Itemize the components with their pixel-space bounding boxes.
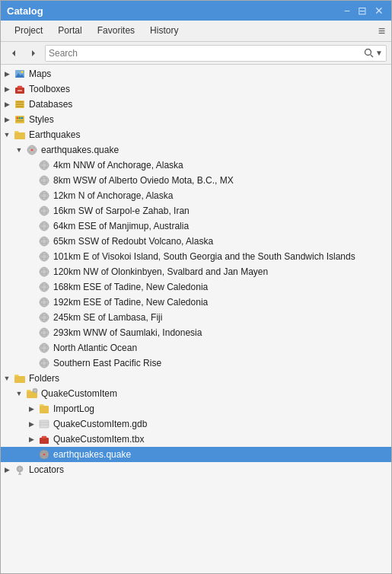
tree-item-eq10[interactable]: ▶ 192km ESE of Tadine, New Caledonia xyxy=(1,295,391,310)
close-button[interactable]: ✕ xyxy=(373,5,385,17)
title-bar: Catalog − ⊟ ✕ xyxy=(1,1,391,21)
tab-project[interactable]: Project xyxy=(7,21,50,41)
eq6-icon xyxy=(37,235,51,247)
quake-gdb-icon xyxy=(37,418,51,430)
toolboxes-label: Toolboxes xyxy=(29,84,70,94)
eq5-label: 64km ESE of Manjimup, Australia xyxy=(53,221,189,231)
eq9-label: 168km ESE of Tadine, New Caledonia xyxy=(53,282,208,292)
folders-icon xyxy=(13,372,27,384)
svg-point-33 xyxy=(40,206,49,215)
tree-item-locators[interactable]: ▶ Locators xyxy=(1,462,391,477)
svg-point-60 xyxy=(40,343,49,352)
expand-earthquakes[interactable]: ▼ xyxy=(1,131,13,139)
expand-toolboxes[interactable]: ▶ xyxy=(1,85,13,93)
expand-earthquakes-quake[interactable]: ▼ xyxy=(13,146,25,154)
tree-item-eq5[interactable]: ▶ 64km ESE of Manjimup, Australia xyxy=(1,218,391,234)
tree-item-quake-gdb[interactable]: ▶ QuakeCustomItem.gdb xyxy=(1,416,391,432)
catalog-window: Catalog − ⊟ ✕ Project Portal Favorites H… xyxy=(0,0,392,574)
svg-point-2 xyxy=(365,49,371,56)
svg-rect-19 xyxy=(14,132,25,139)
tree-item-databases[interactable]: ▶ Databases xyxy=(1,97,391,112)
svg-point-42 xyxy=(40,252,49,261)
tree-item-eq12[interactable]: ▶ 293km WNW of Saumlaki, Indonesia xyxy=(1,325,391,340)
tab-portal[interactable]: Portal xyxy=(50,21,89,41)
expand-quake-gdb[interactable]: ▶ xyxy=(25,420,37,428)
tree-item-styles[interactable]: ▶ Styles xyxy=(1,112,391,127)
tree-item-eq1[interactable]: ▶ 4km NNW of Anchorage, Alaska xyxy=(1,158,391,173)
earthquakes-label: Earthquakes xyxy=(29,129,80,140)
eq2-icon xyxy=(37,174,51,187)
back-button[interactable] xyxy=(5,45,22,62)
tab-menu-icon[interactable]: ≡ xyxy=(378,24,385,38)
tree-item-quake-custom[interactable]: ▼ QuakeCustomItem xyxy=(1,386,391,401)
svg-point-57 xyxy=(40,328,49,337)
quake-custom-label: QuakeCustomItem xyxy=(41,388,117,399)
tree-item-earthquakes-quake[interactable]: ▼ earthquakes.quake xyxy=(1,142,391,158)
tree-item-eq9[interactable]: ▶ 168km ESE of Tadine, New Caledonia xyxy=(1,279,391,295)
search-input[interactable] xyxy=(49,48,364,59)
search-dropdown-icon[interactable]: ▼ xyxy=(375,49,383,57)
tree-item-eq8[interactable]: ▶ 120km NW of Olonkinbyen, Svalbard and … xyxy=(1,264,391,279)
eq4-icon xyxy=(37,205,51,217)
tab-history[interactable]: History xyxy=(142,21,186,41)
earthquakes-quake-label: earthquakes.quake xyxy=(41,145,119,155)
expand-folders[interactable]: ▼ xyxy=(1,375,13,382)
tree-item-quake-tbx[interactable]: ▶ QuakeCustomItem.tbx xyxy=(1,432,391,447)
tree-item-earthquakes[interactable]: ▼ Earthquakes xyxy=(1,127,391,142)
tab-favorites[interactable]: Favorites xyxy=(90,21,142,41)
tree-container[interactable]: ▶ Maps ▶ Toolboxes xyxy=(1,65,391,573)
tree-item-eq7[interactable]: ▶ 101km E of Visokoi Island, South Georg… xyxy=(1,249,391,264)
expand-quake-tbx[interactable]: ▶ xyxy=(25,435,37,443)
eq12-label: 293km WNW of Saumlaki, Indonesia xyxy=(53,327,202,338)
tree-item-eq4[interactable]: ▶ 16km SW of Sarpol-e Zahab, Iran xyxy=(1,203,391,218)
importlog-label: ImportLog xyxy=(53,403,94,414)
tree-item-toolboxes[interactable]: ▶ Toolboxes xyxy=(1,81,391,97)
svg-rect-70 xyxy=(40,406,49,413)
maximize-button[interactable]: ⊟ xyxy=(356,5,368,17)
tree-item-eq13[interactable]: ▶ North Atlantic Ocean xyxy=(1,340,391,356)
svg-line-3 xyxy=(371,55,373,57)
expand-databases[interactable]: ▶ xyxy=(1,100,13,108)
search-icon[interactable] xyxy=(364,48,374,58)
svg-point-17 xyxy=(21,117,24,120)
quake-tbx-icon xyxy=(37,433,51,445)
expand-locators[interactable]: ▶ xyxy=(1,466,13,474)
svg-point-36 xyxy=(40,222,49,231)
svg-point-63 xyxy=(40,359,49,368)
tree-item-earthquakes-quake2[interactable]: ▶ earthquakes.quake xyxy=(1,447,391,462)
svg-point-45 xyxy=(40,267,49,276)
tree-item-eq11[interactable]: ▶ 245km SE of Lambasa, Fiji xyxy=(1,310,391,325)
styles-icon xyxy=(13,113,27,126)
eq7-icon xyxy=(37,250,51,263)
pin-button[interactable]: − xyxy=(343,5,352,17)
eq13-icon xyxy=(37,342,51,354)
tree-item-maps[interactable]: ▶ Maps xyxy=(1,66,391,81)
eq3-label: 12km N of Anchorage, Alaska xyxy=(53,190,173,201)
eq11-icon xyxy=(37,311,51,324)
svg-point-30 xyxy=(40,191,49,200)
expand-styles[interactable]: ▶ xyxy=(1,116,13,123)
eq5-icon xyxy=(37,220,51,232)
eq6-label: 65km SSW of Redoubt Volcano, Alaska xyxy=(53,236,213,247)
eq10-icon xyxy=(37,296,51,308)
databases-icon xyxy=(13,98,27,110)
search-box: ▼ xyxy=(45,45,387,62)
tree-item-eq3[interactable]: ▶ 12km N of Anchorage, Alaska xyxy=(1,188,391,203)
eq1-label: 4km NNW of Anchorage, Alaska xyxy=(53,160,183,171)
maps-label: Maps xyxy=(29,69,51,79)
tree-item-importlog[interactable]: ▶ ImportLog xyxy=(1,401,391,416)
svg-point-27 xyxy=(40,176,49,185)
svg-rect-66 xyxy=(14,376,25,383)
forward-button[interactable] xyxy=(25,45,42,62)
expand-maps[interactable]: ▶ xyxy=(1,70,13,78)
tree-item-eq6[interactable]: ▶ 65km SSW of Redoubt Volcano, Alaska xyxy=(1,234,391,249)
quake-gdb-label: QuakeCustomItem.gdb xyxy=(53,419,147,429)
tree-item-eq14[interactable]: ▶ Southern East Pacific Rise xyxy=(1,356,391,371)
eq2-label: 8km WSW of Alberto Oviedo Mota, B.C., MX xyxy=(53,175,234,186)
tree-item-folders[interactable]: ▼ Folders xyxy=(1,371,391,386)
importlog-icon xyxy=(37,403,51,415)
tree-item-eq2[interactable]: ▶ 8km WSW of Alberto Oviedo Mota, B.C., … xyxy=(1,173,391,188)
eq9-icon xyxy=(37,281,51,293)
expand-importlog[interactable]: ▶ xyxy=(25,405,37,413)
expand-quake-custom[interactable]: ▼ xyxy=(13,390,25,397)
